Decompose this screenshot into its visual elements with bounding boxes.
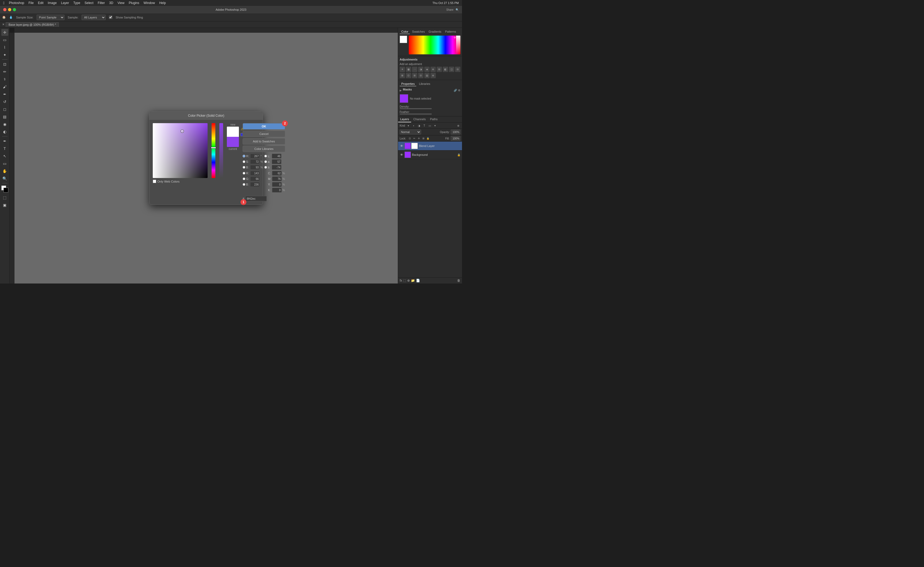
show-sampling-checkbox[interactable] [109, 15, 112, 19]
edit-menu[interactable]: Edit [38, 1, 44, 5]
opacity-input[interactable] [451, 129, 460, 134]
g-radio[interactable] [243, 177, 245, 180]
help-menu[interactable]: Help [159, 1, 166, 5]
text-tool[interactable]: T [2, 145, 8, 152]
layer-fx-button[interactable]: fx [400, 279, 402, 283]
levels-icon[interactable]: ▦ [406, 67, 411, 72]
layer-visibility-1[interactable]: 👁 [400, 153, 404, 156]
tab-swatches[interactable]: Swatches [410, 29, 426, 34]
color-libraries-button[interactable]: Color Libraries [243, 146, 285, 152]
document-tab[interactable]: Base layer.jpeg @ 100% (RGB/8#) * [6, 22, 59, 27]
b-input[interactable] [250, 165, 260, 170]
blend-mode-select[interactable]: Normal Multiply Screen Overlay [400, 129, 421, 134]
minimize-button[interactable] [8, 8, 11, 11]
blue-radio[interactable] [243, 183, 245, 186]
only-web-colors-checkbox[interactable] [153, 180, 156, 183]
layer-mask-button[interactable]: ⬚ [403, 279, 406, 283]
plugins-menu[interactable]: Plugins [129, 1, 139, 5]
colorbalance-icon[interactable]: ⊞ [436, 67, 442, 72]
mask-options-icon[interactable]: ⚙ [458, 89, 460, 92]
select-menu[interactable]: Select [84, 1, 93, 5]
bw-icon[interactable]: ◧ [443, 67, 448, 72]
lock-pixels-icon[interactable]: ✏ [412, 137, 416, 140]
hsl-icon[interactable]: ⊕ [430, 67, 436, 72]
dodge-tool[interactable]: ◐ [2, 128, 8, 135]
share-button[interactable]: Share [446, 8, 453, 11]
colorlookup-icon[interactable]: ⊠ [400, 73, 405, 78]
alpha-slider[interactable] [219, 123, 223, 178]
magic-wand-tool[interactable]: ✦ [2, 51, 8, 59]
blur-tool[interactable]: ◉ [2, 121, 8, 128]
tab-patterns[interactable]: Patterns [444, 29, 458, 34]
background-color[interactable] [3, 188, 8, 193]
curves-icon[interactable]: ⋯ [412, 67, 417, 72]
close-button[interactable] [3, 8, 6, 11]
l-input[interactable] [272, 153, 281, 158]
image-menu[interactable]: Image [48, 1, 57, 5]
tab-libraries[interactable]: Libraries [417, 82, 432, 86]
k-input[interactable] [272, 188, 282, 193]
b-radio[interactable] [243, 166, 245, 168]
quick-mask-tool[interactable]: ⬚ [2, 194, 8, 201]
layer-adjustment-button[interactable]: ⊕ [407, 279, 410, 283]
smart-filter-icon[interactable]: ✦ [433, 123, 437, 128]
photofilter-icon[interactable]: ◫ [449, 67, 454, 72]
tab-channels[interactable]: Channels [411, 116, 428, 122]
color-spectrum[interactable] [409, 36, 460, 54]
home-icon[interactable]: 🏠 [2, 15, 6, 19]
window-menu[interactable]: Window [143, 1, 155, 5]
sample-value-select[interactable]: All Layers Current Layer [82, 15, 106, 20]
eyedropper-tool[interactable]: ✏ [2, 68, 8, 75]
layer-menu[interactable]: Layer [61, 1, 69, 5]
vibrance-icon[interactable]: ◈ [424, 67, 430, 72]
hue-slider[interactable] [212, 123, 215, 178]
b2-input[interactable] [272, 165, 281, 170]
crop-tool[interactable]: ⊡ [2, 61, 8, 68]
file-menu[interactable]: File [28, 1, 34, 5]
tab-properties[interactable]: Properties [400, 82, 416, 86]
text-filter-icon[interactable]: T [422, 123, 426, 128]
filter-kind-icon[interactable]: ▾ [406, 123, 410, 128]
channelmixer-icon[interactable]: ⊟ [455, 67, 460, 72]
type-menu[interactable]: Type [73, 1, 80, 5]
pixel-filter-icon[interactable]: ▪ [411, 123, 416, 128]
brightness-icon[interactable]: ☀ [400, 67, 405, 72]
healing-tool[interactable]: ⚕ [2, 76, 8, 83]
selection-tool[interactable]: ▭ [2, 36, 8, 44]
screen-mode-tool[interactable]: ▣ [2, 202, 8, 209]
s-input[interactable] [250, 159, 260, 164]
path-select-tool[interactable]: ↖ [2, 153, 8, 159]
a-input[interactable] [272, 159, 281, 164]
selective-color-icon[interactable]: ⊕ [430, 73, 436, 78]
y-input[interactable] [272, 182, 282, 187]
tab-color[interactable]: Color [400, 29, 410, 34]
eyedropper-icon[interactable]: 💧 [9, 15, 13, 19]
layer-new-button[interactable]: 📄 [416, 279, 420, 283]
invert-icon[interactable]: ⊡ [406, 73, 411, 78]
gradient-map-icon[interactable]: ▤ [424, 73, 430, 78]
h-radio[interactable] [243, 155, 245, 157]
hex-input[interactable] [245, 196, 267, 201]
lock-all-icon[interactable]: 🔒 [426, 137, 430, 140]
maximize-button[interactable] [13, 8, 16, 11]
color-field[interactable] [153, 123, 208, 178]
3d-menu[interactable]: 3D [109, 1, 113, 5]
density-slider[interactable] [400, 108, 432, 109]
add-to-swatches-button[interactable]: Add to Swatches [243, 138, 285, 144]
gradient-tool[interactable]: ▤ [2, 113, 8, 120]
lock-transparent-icon[interactable]: ⊡ [408, 137, 412, 140]
adjust-filter-icon[interactable]: ◑ [417, 123, 421, 128]
canvas-area[interactable]: Color Picker (Solid Color) [15, 33, 398, 284]
shape-tool[interactable]: ▭ [2, 160, 8, 167]
g-input[interactable] [250, 176, 260, 181]
fill-input[interactable] [451, 136, 460, 141]
m-input[interactable] [272, 176, 282, 181]
sample-size-select[interactable]: Point Sample 3 by 3 Average 5 by 5 Avera… [37, 15, 64, 20]
app-menu-name[interactable]: Photoshop [9, 1, 24, 5]
tab-paths[interactable]: Paths [428, 116, 440, 122]
tab-gradients[interactable]: Gradients [427, 29, 443, 34]
r-radio[interactable] [243, 172, 245, 174]
layer-item-0[interactable]: 👁 Blend Layer [398, 141, 462, 150]
eraser-tool[interactable]: ◻ [2, 106, 8, 113]
b2-radio[interactable] [264, 166, 267, 168]
